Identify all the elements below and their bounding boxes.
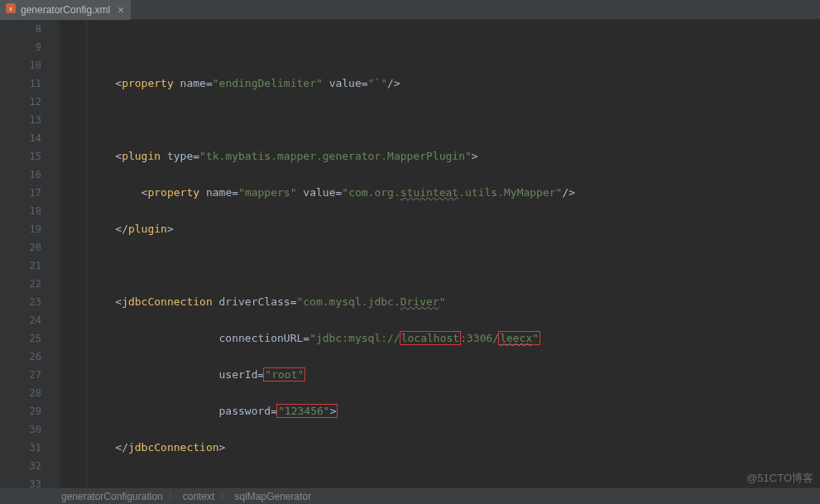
chevron-right-icon: 〉 xyxy=(168,489,178,503)
tab-label: generatorConfig.xml xyxy=(21,4,110,16)
breadcrumb-item[interactable]: generatorConfiguration xyxy=(61,491,163,502)
xml-file-icon: x xyxy=(5,2,17,17)
code-area[interactable]: <property name="endingDelimiter" value="… xyxy=(60,20,820,487)
watermark: @51CTO博客 xyxy=(746,471,813,486)
chevron-right-icon: 〉 xyxy=(219,489,229,503)
breadcrumb-item[interactable]: context xyxy=(183,491,215,502)
breadcrumb: generatorConfiguration 〉 context 〉 sqlMa… xyxy=(0,487,820,504)
svg-text:x: x xyxy=(9,6,12,12)
breadcrumb-item[interactable]: sqlMapGenerator xyxy=(234,491,311,502)
file-tab[interactable]: x generatorConfig.xml × xyxy=(0,0,131,20)
tab-bar: x generatorConfig.xml × xyxy=(0,0,820,20)
code-editor[interactable]: 8910111213141516171819202122232425262728… xyxy=(0,20,820,487)
line-gutter: 8910111213141516171819202122232425262728… xyxy=(0,20,60,487)
close-icon[interactable]: × xyxy=(117,3,124,17)
